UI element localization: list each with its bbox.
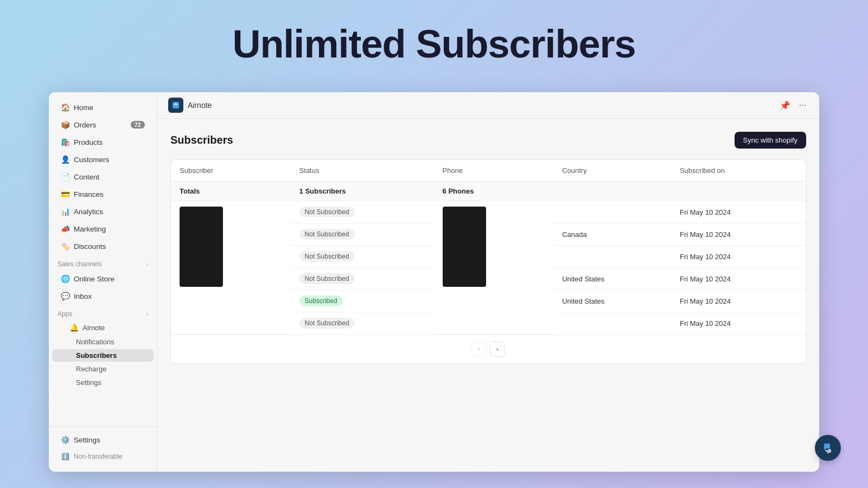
settings-icon: ⚙️	[61, 435, 69, 444]
sidebar-item-label-customers: Customers	[74, 156, 109, 164]
sidebar-item-label-finances: Finances	[74, 190, 104, 198]
top-bar-actions: 📌 ···	[777, 98, 808, 113]
subscriber-redacted	[180, 207, 223, 287]
sidebar-item-notifications[interactable]: Notifications	[52, 336, 154, 348]
sidebar-item-subscribers[interactable]: Subscribers	[52, 349, 154, 362]
cell-status: Subscribed	[291, 290, 434, 312]
sidebar-item-label-settings: Settings	[74, 436, 100, 444]
table-totals-row: Totals 1 Subscribers 6 Phones	[171, 182, 806, 201]
phone-redacted	[443, 207, 486, 287]
status-badge: Subscribed	[299, 296, 343, 306]
cell-country: United States	[553, 268, 671, 290]
sidebar-item-airnote[interactable]: 🔔 Airnote	[52, 320, 154, 335]
totals-phone: 6 Phones	[434, 182, 554, 201]
status-badge: Not Subscribed	[299, 318, 355, 329]
sidebar-item-settings-sub[interactable]: Settings	[52, 376, 154, 389]
subscribers-table: Subscriber Status Phone Country Subscrib…	[171, 160, 806, 335]
cell-country	[553, 312, 671, 335]
col-header-status: Status	[291, 160, 434, 182]
marketing-icon: 📣	[61, 224, 69, 233]
cell-phone	[434, 201, 554, 335]
sidebar-item-settings[interactable]: ⚙️ Settings	[52, 432, 154, 448]
sidebar-item-analytics[interactable]: 📊 Analytics	[52, 203, 154, 220]
sidebar-item-products[interactable]: 🛍️ Products	[52, 134, 154, 150]
sidebar-item-label-airnote: Airnote	[82, 324, 105, 332]
subscribers-table-container: Subscriber Status Phone Country Subscrib…	[170, 159, 806, 364]
status-badge: Not Subscribed	[299, 207, 355, 217]
home-icon: 🏠	[61, 103, 69, 112]
chat-button[interactable]	[815, 435, 841, 461]
sidebar-item-inbox[interactable]: 💬 Inbox	[52, 288, 154, 304]
sidebar-item-home[interactable]: 🏠 Home	[52, 99, 154, 115]
next-page-button[interactable]: ›	[490, 342, 505, 357]
status-badge: Not Subscribed	[299, 229, 355, 240]
more-options-button[interactable]: ···	[797, 98, 808, 112]
cell-subscribed-on: Fri May 10 2024	[671, 312, 806, 335]
products-icon: 🛍️	[61, 138, 69, 146]
sales-channels-chevron: ›	[146, 261, 148, 267]
cell-country: United States	[553, 290, 671, 312]
sync-button[interactable]: Sync with shopify	[735, 132, 806, 149]
table-header-row: Subscriber Status Phone Country Subscrib…	[171, 160, 806, 182]
sidebar-item-recharge[interactable]: Recharge	[52, 363, 154, 375]
sidebar-item-content[interactable]: 📄 Content	[52, 169, 154, 185]
sidebar-item-label-recharge: Recharge	[76, 365, 106, 373]
app-window: 🏠 Home 📦 Orders 72 🛍️ Products 👤 Custome…	[49, 92, 819, 472]
orders-icon: 📦	[61, 120, 69, 129]
sidebar-item-customers[interactable]: 👤 Customers	[52, 151, 154, 168]
top-bar: Airnote 📌 ···	[157, 92, 819, 119]
sidebar-item-label-analytics: Analytics	[74, 208, 103, 216]
cell-country: Canada	[553, 223, 671, 246]
col-header-subscribed-on: Subscribed on	[671, 160, 806, 182]
apps-label: Apps ›	[49, 305, 157, 320]
sidebar-item-label-notifications: Notifications	[76, 338, 114, 346]
sidebar-item-label-content: Content	[74, 173, 99, 181]
sidebar-item-non-transferable[interactable]: ℹ️ Non-transferable	[52, 448, 154, 465]
sidebar-item-discounts[interactable]: 🏷️ Discounts	[52, 238, 154, 254]
finances-icon: 💳	[61, 190, 69, 198]
sidebar-item-label-home: Home	[74, 104, 93, 112]
totals-country	[553, 182, 671, 201]
cell-country	[553, 246, 671, 268]
pagination: ‹ ›	[171, 335, 806, 363]
app-logo	[168, 98, 183, 113]
sidebar-bottom: ⚙️ Settings ℹ️ Non-transferable	[49, 426, 157, 465]
cell-status: Not Subscribed	[291, 246, 434, 268]
col-header-phone: Phone	[434, 160, 554, 182]
online-store-icon: 🌐	[61, 274, 69, 283]
totals-subscriber: Totals	[171, 182, 291, 201]
cell-subscribed-on: Fri May 10 2024	[671, 268, 806, 290]
sidebar-item-label-products: Products	[74, 138, 103, 146]
sidebar-item-marketing[interactable]: 📣 Marketing	[52, 221, 154, 237]
sidebar-item-label-subscribers: Subscribers	[76, 351, 117, 359]
hero-title: Unlimited Subscribers	[0, 22, 868, 66]
app-name-label: Airnote	[188, 101, 212, 110]
content-header: Subscribers Sync with shopify	[170, 132, 806, 149]
status-badge: Not Subscribed	[299, 251, 355, 262]
table-row[interactable]: Not Subscribed Fri May 10 2024	[171, 201, 806, 223]
apps-chevron: ›	[146, 311, 148, 317]
sidebar-item-label-discounts: Discounts	[74, 242, 106, 251]
page-hero: Unlimited Subscribers	[0, 0, 868, 82]
cell-subscribed-on: Fri May 10 2024	[671, 290, 806, 312]
sidebar-item-label-non-transferable: Non-transferable	[74, 453, 122, 460]
orders-badge: 72	[131, 121, 145, 129]
sidebar: 🏠 Home 📦 Orders 72 🛍️ Products 👤 Custome…	[49, 92, 157, 472]
pin-button[interactable]: 📌	[777, 98, 793, 113]
sidebar-item-online-store[interactable]: 🌐 Online Store	[52, 271, 154, 287]
sales-channels-label: Sales channels ›	[49, 255, 157, 270]
page-title: Subscribers	[170, 134, 233, 146]
sidebar-item-label-settings-sub: Settings	[76, 378, 101, 387]
sidebar-item-finances[interactable]: 💳 Finances	[52, 186, 154, 202]
content-area: Subscribers Sync with shopify Subscriber…	[157, 119, 819, 472]
prev-page-button[interactable]: ‹	[471, 342, 487, 357]
totals-subscribed-on	[671, 182, 806, 201]
discounts-icon: 🏷️	[61, 242, 69, 251]
cell-subscribed-on: Fri May 10 2024	[671, 246, 806, 268]
cell-country	[553, 201, 671, 223]
customers-icon: 👤	[61, 155, 69, 164]
airnote-icon: 🔔	[69, 323, 78, 332]
sidebar-item-label-marketing: Marketing	[74, 225, 106, 233]
info-icon: ℹ️	[61, 452, 69, 461]
sidebar-item-orders[interactable]: 📦 Orders 72	[52, 117, 154, 133]
